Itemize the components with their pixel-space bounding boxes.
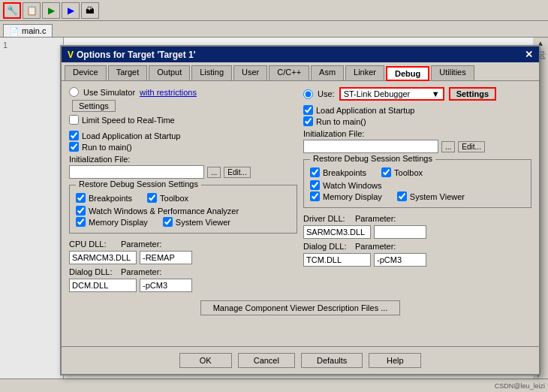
watch-windows-label-left: Watch Windows & Performance Analyzer [89, 207, 239, 216]
dialog-dll-input-left[interactable] [69, 279, 137, 292]
breakpoints-label-left: Breakpoints [89, 194, 132, 203]
breakpoints-checkbox-right[interactable] [310, 167, 320, 177]
dialog-title-icon: V [68, 50, 74, 60]
toolbar-icon-1: 🔧 [7, 5, 18, 16]
edit-btn-right[interactable]: Edit... [458, 141, 485, 152]
dialog-dll-section-left: Dialog DLL: Parameter: [69, 267, 297, 292]
main-toolbar-btn[interactable]: 🔧 [3, 2, 21, 19]
defaults-button[interactable]: Defaults [301, 353, 363, 368]
bottom-bar: CSDN@leu_leizi [0, 378, 548, 392]
csdn-label: CSDN@leu_leizi [495, 382, 545, 390]
simulator-settings-button[interactable]: Settings [72, 100, 116, 112]
file-tab-icon: 📄 [10, 27, 19, 35]
init-file-label-left: Initialization File: [69, 155, 297, 164]
toolbox-checkbox-right[interactable] [381, 167, 391, 177]
memory-display-checkbox-left[interactable] [76, 217, 86, 227]
dialog-footer: OK Cancel Defaults Help [62, 346, 539, 374]
dialog-tab-bar: Device Target Output Listing User C/C++ … [62, 62, 539, 81]
browse-btn-left[interactable]: ... [207, 167, 221, 178]
restore-group-left: Restore Debug Session Settings Breakpoin… [69, 185, 297, 234]
dialog-close-button[interactable]: ✕ [525, 49, 533, 60]
system-viewer-label-left: System Viewer [176, 218, 230, 227]
driver-dll-label: Driver DLL: [303, 214, 352, 223]
breakpoints-label-right: Breakpoints [323, 168, 366, 177]
dialog-dll-label-left: Dialog DLL: [69, 267, 118, 276]
left-column: Use Simulator with restrictions Settings… [69, 87, 297, 294]
manage-component-button[interactable]: Manage Component Viewer Description File… [200, 300, 401, 315]
restore-group-title-left: Restore Debug Session Settings [76, 179, 201, 188]
tab-utilities[interactable]: Utilities [431, 65, 474, 80]
driver-param-input[interactable] [374, 225, 426, 239]
memory-display-label-right: Memory Display [323, 192, 382, 201]
memory-display-row-right: Memory Display [310, 191, 382, 201]
toolbar-btn-2[interactable]: 📋 [23, 2, 41, 19]
dialog-dll-input-right[interactable] [303, 253, 371, 267]
watch-windows-checkbox-right[interactable] [310, 180, 320, 190]
tab-user[interactable]: User [233, 65, 267, 80]
toolbar-btn-5[interactable]: 🏔 [81, 2, 99, 19]
side-text: rid [538, 51, 546, 59]
system-viewer-checkbox-right[interactable] [397, 191, 407, 201]
breakpoints-checkbox-left[interactable] [76, 193, 86, 203]
simulator-radio-row: Use Simulator with restrictions [69, 87, 297, 97]
tab-target[interactable]: Target [108, 65, 148, 80]
ok-button[interactable]: OK [179, 353, 232, 368]
cpu-dll-input[interactable] [69, 251, 137, 264]
load-app-checkbox-left[interactable] [69, 131, 79, 140]
use-debugger-radio[interactable] [303, 89, 313, 99]
debugger-dropdown[interactable]: ST-Link Debugger ▼ [339, 87, 444, 101]
tab-device[interactable]: Device [65, 65, 107, 80]
load-app-checkbox-right[interactable] [303, 105, 313, 115]
run-to-main-label-left: Run to main() [82, 143, 132, 152]
run-to-main-row-left: Run to main() [69, 142, 297, 152]
cancel-button[interactable]: Cancel [238, 353, 295, 368]
toolbar-icon-3: ▶ [48, 5, 55, 16]
limit-speed-checkbox[interactable] [69, 115, 79, 125]
tab-cpp[interactable]: C/C++ [269, 65, 309, 80]
browse-btn-right[interactable]: ... [441, 141, 455, 152]
tab-linker[interactable]: Linker [345, 65, 384, 80]
dialog-param-input-left[interactable] [140, 279, 192, 292]
restore-group-title-right: Restore Debug Session Settings [310, 154, 435, 163]
watch-windows-checkbox-left[interactable] [76, 206, 86, 216]
tab-output[interactable]: Output [149, 65, 190, 80]
file-tab-main[interactable]: 📄 main.c [3, 24, 53, 37]
run-to-main-label-right: Run to main() [316, 117, 366, 126]
tab-listing[interactable]: Listing [191, 65, 232, 80]
toolbar-btn-3[interactable]: ▶ [42, 2, 60, 19]
init-file-label-right: Initialization File: [303, 129, 531, 138]
init-file-section-right: Initialization File: ... Edit... [303, 129, 531, 153]
tab-asm[interactable]: Asm [311, 65, 344, 80]
breakpoints-row-left: Breakpoints [76, 193, 132, 203]
cpu-param-input[interactable] [140, 251, 192, 264]
toolbar-icon-2: 📋 [26, 5, 38, 16]
init-file-input-left[interactable] [69, 165, 204, 179]
run-to-main-checkbox-left[interactable] [69, 142, 79, 152]
simulator-radio[interactable] [69, 87, 79, 97]
run-to-main-checkbox-right[interactable] [303, 116, 313, 126]
tab-debug[interactable]: Debug [386, 66, 429, 81]
system-viewer-checkbox-left[interactable] [163, 217, 173, 227]
load-app-row-right: Load Application at Startup [303, 105, 531, 115]
restrictions-link[interactable]: with restrictions [140, 88, 197, 97]
load-app-label-left: Load Application at Startup [82, 131, 180, 140]
memory-display-checkbox-right[interactable] [310, 191, 320, 201]
debugger-settings-button[interactable]: Settings [449, 87, 496, 101]
edit-btn-left[interactable]: Edit... [224, 167, 251, 178]
driver-dll-input[interactable] [303, 225, 371, 239]
dialog-param-header-right: Parameter: [355, 242, 396, 251]
options-dialog: V Options for Target 'Target 1' ✕ Device… [60, 45, 540, 375]
memory-display-label-left: Memory Display [89, 218, 148, 227]
line-number-1: 1 [3, 41, 60, 50]
dialog-param-header-left: Parameter: [121, 267, 161, 276]
toolbox-label-left: Toolbox [160, 194, 188, 203]
dialog-param-input-right[interactable] [374, 253, 426, 267]
toolbox-checkbox-left[interactable] [147, 193, 157, 203]
watch-windows-row-right: Watch Windows [310, 180, 525, 190]
memory-display-row-left: Memory Display [76, 217, 148, 227]
toolbar-btn-4[interactable]: ▶ [62, 2, 80, 19]
help-button[interactable]: Help [369, 353, 421, 368]
limit-speed-label: Limit Speed to Real-Time [82, 116, 175, 125]
init-file-input-right[interactable] [303, 140, 438, 153]
toolbox-row-left: Toolbox [147, 193, 188, 203]
